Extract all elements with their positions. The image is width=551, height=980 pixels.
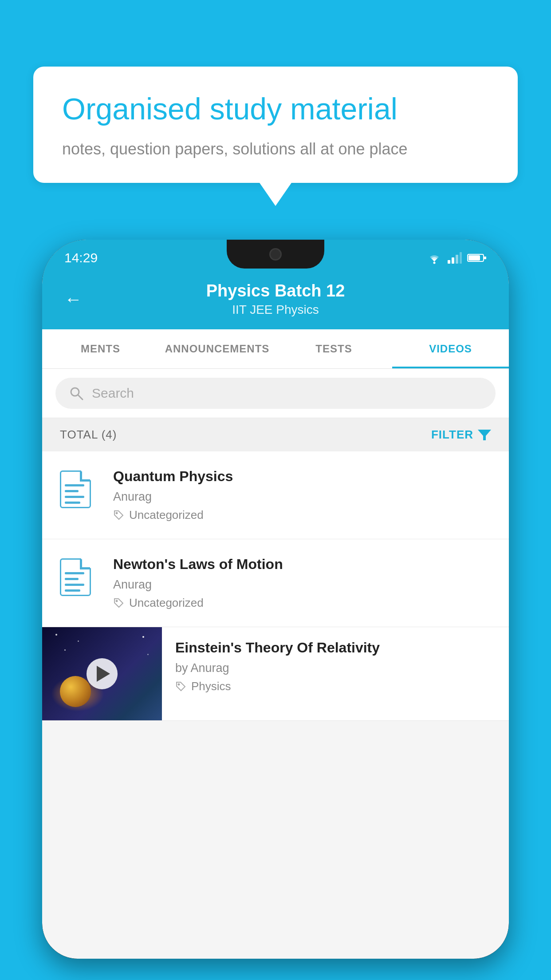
svg-line-9: [78, 395, 83, 399]
phone-container: 14:29: [42, 240, 509, 980]
status-time: 14:29: [64, 250, 98, 265]
phone-frame: 14:29: [42, 240, 509, 959]
svg-rect-6: [468, 255, 480, 261]
battery-icon: [467, 253, 487, 263]
header-subtitle: IIT JEE Physics: [95, 303, 456, 317]
svg-rect-3: [456, 255, 458, 264]
signal-icon: [448, 252, 462, 264]
search-container: Search: [42, 369, 509, 418]
video-author: Anurag: [113, 490, 491, 504]
filter-button[interactable]: FILTER: [431, 428, 491, 442]
video-tag: Physics: [175, 680, 496, 693]
video-list: Quantum Physics Anurag Uncategorized: [42, 451, 509, 721]
total-count-label: TOTAL (4): [60, 428, 117, 442]
tab-videos[interactable]: VIDEOS: [392, 329, 509, 368]
video-tag: Uncategorized: [113, 596, 491, 610]
tag-icon: [113, 597, 125, 609]
svg-point-0: [433, 262, 436, 264]
list-item[interactable]: Newton's Laws of Motion Anurag Uncategor…: [42, 539, 509, 627]
tabs-bar: MENTS ANNOUNCEMENTS TESTS VIDEOS: [42, 329, 509, 369]
play-button[interactable]: [87, 658, 118, 689]
speech-bubble-subtitle: notes, question papers, solutions all at…: [62, 140, 489, 158]
video-author: by Anurag: [175, 661, 496, 675]
header-title: Physics Batch 12: [95, 281, 456, 300]
tag-icon: [175, 681, 187, 692]
speech-bubble-title: Organised study material: [62, 91, 489, 127]
video-thumbnail: [42, 627, 162, 720]
phone-screen: 14:29: [42, 240, 509, 959]
status-icons: [426, 252, 487, 264]
phone-notch: [227, 240, 324, 269]
svg-marker-10: [478, 430, 491, 440]
video-doc-icon: [60, 470, 100, 510]
back-button[interactable]: ←: [64, 289, 82, 309]
speech-bubble-card: Organised study material notes, question…: [33, 67, 518, 183]
tag-icon: [113, 510, 125, 521]
svg-point-12: [116, 600, 118, 601]
video-tag: Uncategorized: [113, 508, 491, 522]
search-bar[interactable]: Search: [55, 378, 496, 409]
video-title: Newton's Laws of Motion: [113, 556, 491, 573]
speech-bubble-wrapper: Organised study material notes, question…: [33, 67, 518, 183]
video-author: Anurag: [113, 578, 491, 592]
wifi-icon: [426, 252, 442, 264]
filter-icon: [478, 430, 491, 440]
filter-bar: TOTAL (4) FILTER: [42, 418, 509, 451]
video-doc-icon: [60, 558, 100, 598]
svg-point-13: [178, 684, 180, 685]
video-info: Einstein's Theory Of Relativity by Anura…: [162, 627, 509, 706]
list-item[interactable]: Quantum Physics Anurag Uncategorized: [42, 451, 509, 539]
video-info: Quantum Physics Anurag Uncategorized: [113, 468, 491, 522]
app-header: ← Physics Batch 12 IIT JEE Physics: [42, 272, 509, 329]
search-icon: [69, 386, 84, 401]
tab-ments[interactable]: MENTS: [42, 329, 159, 368]
svg-rect-2: [452, 257, 454, 264]
tab-tests[interactable]: TESTS: [276, 329, 392, 368]
header-title-group: Physics Batch 12 IIT JEE Physics: [95, 281, 456, 317]
video-info: Newton's Laws of Motion Anurag Uncategor…: [113, 556, 491, 610]
search-input-placeholder: Search: [92, 386, 134, 401]
svg-point-11: [116, 512, 118, 514]
tab-announcements[interactable]: ANNOUNCEMENTS: [159, 329, 276, 368]
list-item[interactable]: Einstein's Theory Of Relativity by Anura…: [42, 627, 509, 721]
svg-rect-4: [460, 252, 462, 264]
video-title: Quantum Physics: [113, 468, 491, 485]
video-title: Einstein's Theory Of Relativity: [175, 640, 496, 656]
svg-rect-1: [448, 260, 450, 264]
svg-rect-7: [484, 257, 486, 259]
camera-dot: [269, 248, 282, 261]
